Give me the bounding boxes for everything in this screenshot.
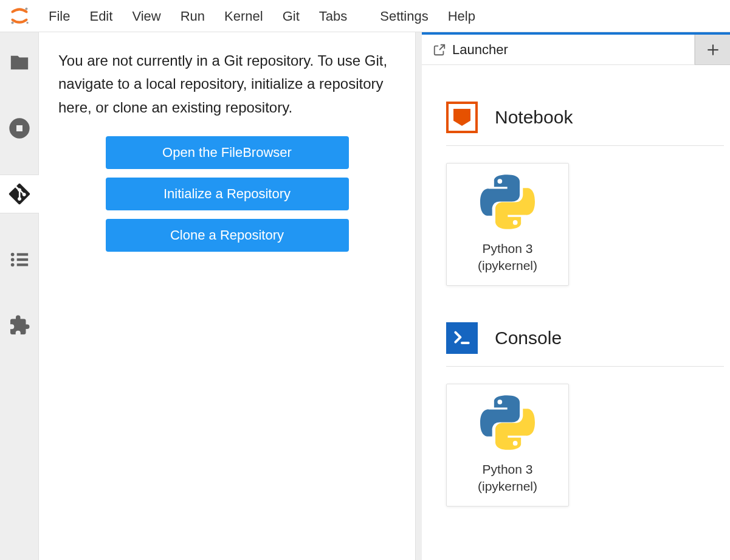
jupyter-logo: [0, 5, 39, 27]
tab-bar: Launcher: [422, 32, 730, 65]
svg-point-2: [26, 22, 28, 24]
svg-rect-10: [16, 263, 27, 266]
activity-toc[interactable]: [0, 240, 39, 279]
svg-point-7: [10, 258, 14, 261]
menubar: File Edit View Run Kernel Git Tabs Setti…: [0, 0, 730, 32]
console-section-title: Console: [495, 328, 562, 348]
svg-point-1: [12, 21, 14, 24]
tab-launcher[interactable]: Launcher: [422, 35, 695, 65]
python-icon: [480, 395, 535, 452]
launcher-body: Notebook Python 3 (ipykernel): [422, 65, 730, 560]
menu-settings[interactable]: Settings: [370, 0, 438, 32]
plus-icon: [705, 42, 721, 58]
console-card-label: Python 3 (ipykernel): [447, 461, 568, 496]
activity-file-browser[interactable]: [0, 43, 39, 82]
svg-point-9: [10, 263, 14, 267]
running-icon: [7, 116, 32, 140]
svg-rect-6: [16, 253, 27, 255]
menu-kernel[interactable]: Kernel: [215, 0, 273, 32]
activity-extensions[interactable]: [0, 306, 39, 345]
extensions-icon: [9, 314, 30, 336]
launcher-area: Launcher Notebook: [422, 32, 730, 560]
toc-icon: [9, 249, 30, 270]
activity-running[interactable]: [0, 109, 39, 148]
menu-tabs[interactable]: Tabs: [309, 0, 357, 32]
console-card-python3[interactable]: Python 3 (ipykernel): [446, 384, 569, 506]
activity-git[interactable]: [0, 175, 39, 213]
notebook-card-label: Python 3 (ipykernel): [447, 240, 568, 275]
tab-launcher-label: Launcher: [452, 42, 508, 58]
menu-run[interactable]: Run: [171, 0, 215, 32]
panel-splitter[interactable]: [416, 32, 422, 560]
git-icon: [9, 183, 30, 205]
menu-git[interactable]: Git: [273, 0, 309, 32]
clone-repository-button[interactable]: Clone a Repository: [106, 219, 349, 252]
menu-view[interactable]: View: [122, 0, 170, 32]
notebook-card-python3[interactable]: Python 3 (ipykernel): [446, 163, 569, 286]
menu-file[interactable]: File: [39, 0, 80, 32]
notebook-section-title: Notebook: [495, 107, 573, 128]
initialize-repository-button[interactable]: Initialize a Repository: [106, 178, 349, 210]
console-section-icon: [446, 322, 478, 354]
launcher-section-notebook: Notebook Python 3 (ipykernel): [422, 102, 730, 286]
launcher-tab-icon: [433, 43, 446, 57]
folder-icon: [9, 52, 30, 73]
svg-point-0: [25, 8, 27, 10]
git-panel: You are not currently in a Git repositor…: [39, 32, 416, 560]
svg-point-5: [10, 253, 14, 257]
svg-rect-4: [16, 125, 22, 131]
python-icon: [480, 175, 535, 232]
open-filebrowser-button[interactable]: Open the FileBrowser: [106, 136, 349, 169]
menu-help[interactable]: Help: [438, 0, 485, 32]
launcher-section-console: Console Python 3 (ipykernel): [422, 322, 730, 506]
svg-rect-8: [16, 258, 27, 261]
git-panel-message: You are not currently in a Git repositor…: [58, 49, 396, 119]
menu-edit[interactable]: Edit: [80, 0, 122, 32]
notebook-section-icon: [446, 102, 478, 133]
new-launcher-button[interactable]: [695, 35, 730, 65]
activity-bar: [0, 32, 39, 560]
